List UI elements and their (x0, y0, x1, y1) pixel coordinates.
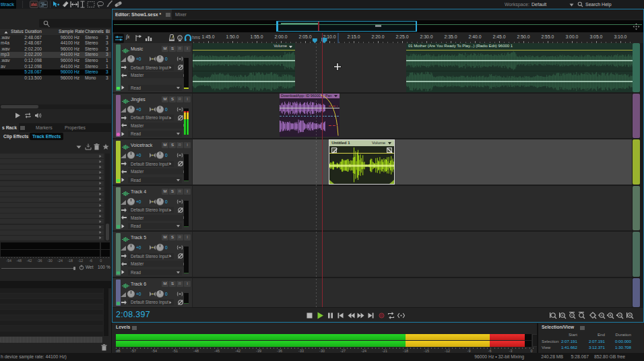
panel-menu-icon[interactable] (166, 13, 170, 17)
search-icon[interactable] (577, 1, 583, 7)
selview-duration-value[interactable]: 0:00.000 (608, 339, 631, 343)
view-range-box[interactable] (276, 21, 417, 32)
no-input-icon[interactable] (177, 207, 184, 214)
effect-slot[interactable] (0, 236, 104, 240)
clip-envelope-dropdown-icon[interactable] (289, 46, 292, 48)
track-color-strip[interactable] (116, 95, 121, 137)
move-tool-icon[interactable] (53, 1, 61, 8)
history-vscrollbar[interactable] (104, 288, 108, 336)
audio-clip-jingle[interactable]: DownloadApp- ID 96000 1Pan (280, 94, 340, 137)
move-to-previous-button[interactable] (337, 312, 344, 319)
time-selection-tool-icon[interactable] (79, 1, 86, 8)
file-row[interactable]: .wav2:02.20096000 HzStereo3 (0, 46, 111, 53)
panel-menu-icon[interactable] (580, 326, 585, 330)
track-scroll-strip[interactable] (633, 139, 640, 185)
record-button[interactable] (378, 312, 385, 319)
search-help-label[interactable]: Search Help (585, 0, 612, 9)
auto-play-button[interactable] (34, 112, 42, 119)
monitor-input-button[interactable]: I (184, 142, 191, 148)
volume-value[interactable]: +0 (136, 153, 141, 158)
arm-record-button[interactable]: R (176, 281, 183, 287)
track-scroll-strip[interactable] (633, 232, 640, 277)
zoom-out-full-button[interactable] (569, 312, 576, 319)
volume-knob[interactable] (127, 106, 135, 113)
solo-button[interactable]: S (169, 234, 176, 240)
volume-knob[interactable] (127, 152, 135, 159)
solo-button[interactable]: S (169, 189, 176, 195)
zoom-out-horizontal-button[interactable] (598, 312, 606, 319)
track-minimize-button[interactable] (117, 179, 120, 183)
automation-mode-field[interactable]: Read (128, 131, 182, 137)
stop-button[interactable] (306, 312, 313, 319)
history-hscrollbar[interactable] (0, 337, 102, 343)
mute-button[interactable]: M (162, 46, 168, 52)
output-field[interactable]: Master (128, 215, 188, 221)
audio-clip-music[interactable]: Volume (193, 43, 295, 92)
pan-value[interactable]: 0 (165, 245, 168, 250)
automation-mode-field[interactable]: Read (128, 177, 182, 183)
arm-record-button[interactable]: R (176, 142, 183, 148)
play-button[interactable] (317, 312, 324, 319)
fast-forward-button[interactable] (357, 312, 364, 319)
no-input-icon[interactable] (177, 64, 184, 71)
razor-tool-icon[interactable] (61, 0, 69, 8)
effect-slot[interactable] (0, 197, 104, 202)
zoom-in-at-out-point-button[interactable] (559, 312, 567, 319)
pan-value[interactable]: 0 (165, 107, 168, 112)
timeline-ruler[interactable]: hms1:45.01:50.01:55.02:00.02:05.02:10.02… (192, 33, 632, 43)
effect-slot[interactable] (0, 192, 104, 197)
fx-toggle-button[interactable]: fx (126, 34, 129, 40)
input-field[interactable]: Default Stereo Input (128, 65, 174, 71)
files-search-input[interactable] (39, 19, 111, 28)
slip-tool-icon[interactable] (70, 1, 79, 8)
move-to-next-button[interactable] (367, 312, 375, 319)
effect-slot[interactable] (0, 170, 104, 174)
preset-dropdown-icon[interactable] (76, 145, 82, 149)
audio-clip-voice-selected[interactable]: Untitled 1Volume (329, 139, 395, 185)
effects-vscrollbar-thumb[interactable] (106, 224, 109, 240)
loop-playback-button[interactable] (387, 312, 395, 319)
track-color-strip[interactable] (116, 233, 121, 275)
output-field[interactable]: Master (128, 72, 188, 78)
clip-envelope-label[interactable]: Volume (273, 44, 287, 48)
mute-button[interactable]: M (162, 142, 168, 148)
sort-ascending-icon[interactable] (4, 31, 8, 34)
monitor-input-button[interactable]: I (184, 46, 191, 52)
save-preset-icon[interactable] (85, 143, 92, 150)
volume-value[interactable]: +0 (136, 245, 141, 250)
pan-knob[interactable] (156, 244, 164, 251)
no-input-icon[interactable] (177, 114, 184, 121)
effect-slot[interactable] (0, 159, 104, 164)
tab-editor[interactable]: Editor: Show1.sesx * (112, 9, 172, 20)
mute-button[interactable]: M (162, 234, 168, 240)
pan-value[interactable]: 0 (165, 153, 168, 158)
tab-mixer[interactable]: Mixer (175, 9, 187, 20)
workspace-dropdown-icon[interactable] (569, 3, 574, 7)
multitrack-view-button[interactable]: titrack (0, 0, 16, 9)
automation-expand-icon[interactable] (121, 86, 125, 90)
effect-slot[interactable] (0, 187, 104, 191)
track-name[interactable]: Track 4 (131, 189, 146, 194)
pan-knob[interactable] (156, 106, 164, 113)
track-color-strip[interactable] (116, 187, 121, 230)
solo-button[interactable]: S (169, 96, 176, 102)
arm-record-button[interactable]: R (176, 46, 183, 52)
track-lane[interactable]: Volume01 Mother (Are You Ready To Play..… (192, 43, 632, 92)
stereo-link-icon[interactable] (176, 107, 183, 112)
arm-record-button[interactable]: R (176, 96, 183, 102)
pan-knob[interactable] (156, 290, 164, 298)
audio-clip-music[interactable]: 01 Mother (Are You Ready To Play...) (Ra… (406, 43, 633, 92)
mute-button[interactable]: M (162, 96, 168, 102)
automation-mode-field[interactable]: Read (128, 269, 182, 275)
stereo-link-icon[interactable] (176, 57, 183, 61)
volume-value[interactable]: +0 (136, 199, 141, 204)
output-field[interactable]: Master (128, 168, 188, 174)
paintbrush-tool-icon[interactable] (105, 0, 113, 8)
rewind-button[interactable] (348, 312, 355, 319)
track-lane[interactable]: Untitled 1Volume (192, 139, 632, 185)
track-minimize-button[interactable] (117, 302, 120, 305)
track-minimize-button[interactable] (117, 271, 120, 275)
automation-expand-icon[interactable] (121, 270, 125, 274)
fade-in-handle[interactable] (331, 147, 337, 153)
stereo-link-icon[interactable] (176, 292, 183, 296)
